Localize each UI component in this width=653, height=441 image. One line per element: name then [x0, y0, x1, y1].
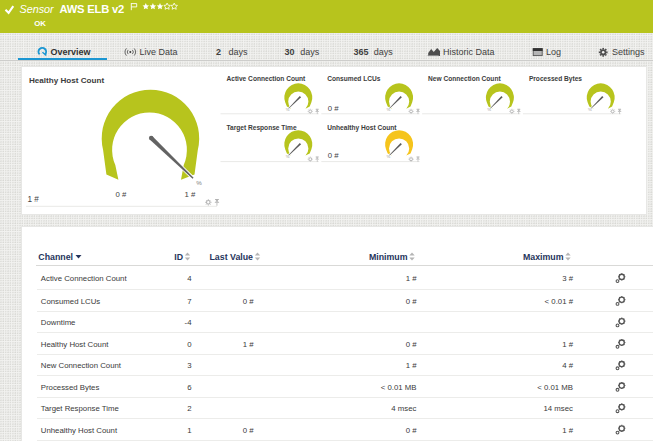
svg-text:%: %	[196, 179, 202, 186]
